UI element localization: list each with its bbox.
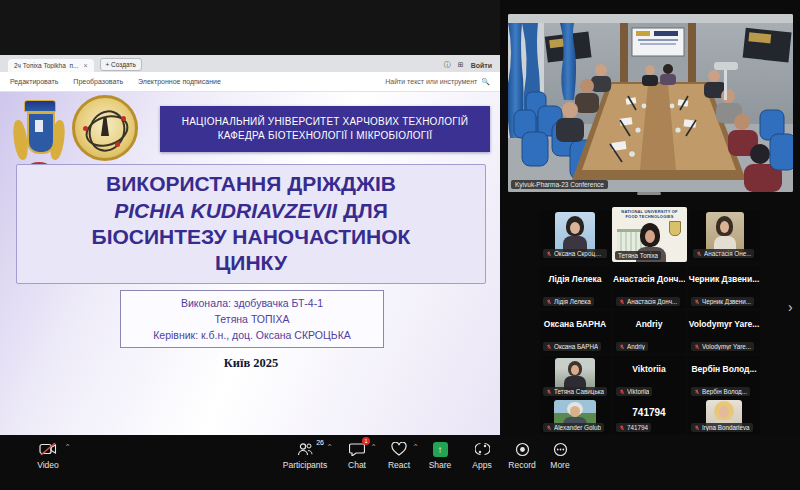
participant-tile[interactable]: Лідія Лелека Лідія Лелека <box>540 266 610 308</box>
participants-count: 26 <box>316 439 324 446</box>
muted-mic-icon <box>619 344 625 350</box>
muted-mic-icon <box>546 344 552 350</box>
more-button-label: More <box>550 460 569 470</box>
apps-button-label: Apps <box>472 460 491 470</box>
apps-grid-icon[interactable]: ⊞ <box>458 61 464 69</box>
participant-tile[interactable]: Alexander Golub <box>540 398 610 434</box>
banner-line2: КАФЕДРА БІОТЕХНОЛОГІЇ І МІКРОБІОЛОГІЇ <box>218 129 433 144</box>
muted-mic-icon <box>619 425 625 431</box>
video-button-label: Video <box>37 460 59 470</box>
display-name: Черник Дзвени... <box>688 274 760 284</box>
search-icon: 🔍 <box>481 78 490 86</box>
display-name: Viktoriia <box>613 364 685 374</box>
share-button-label: Share <box>429 460 452 470</box>
name-label: Viktoriia <box>616 387 652 396</box>
slide-title-panel: ВИКОРИСТАННЯ ДРІЖДЖІВ PICHIA KUDRIAVZEVI… <box>16 164 486 284</box>
display-name: Andriy <box>613 319 685 329</box>
department-emblem-icon <box>72 95 138 161</box>
record-button-label: Record <box>508 460 535 470</box>
video-menu-chevron[interactable]: ⌃ <box>64 443 71 452</box>
muted-mic-icon <box>694 344 700 350</box>
name-label: Лідія Лелека <box>543 297 594 306</box>
muted-mic-icon <box>696 251 702 257</box>
conference-room-video[interactable]: Kyivuk-Pharma-23 Conference <box>508 14 793 192</box>
document-tab-title: 2ч Топіха Topikha_п... <box>14 62 78 69</box>
muted-mic-icon <box>619 389 625 395</box>
next-page-chevron[interactable]: › <box>788 300 793 314</box>
name-label: Тетяна Топіха <box>615 251 661 260</box>
credits-line2: Тетяна ТОПІХА <box>215 311 290 327</box>
tab-close-icon[interactable]: × <box>83 62 87 69</box>
name-label: Iryna Bondarieva <box>691 423 753 432</box>
muted-mic-icon <box>546 389 552 395</box>
credits-box: Виконала: здобувачка БТ-4-1 Тетяна ТОПІХ… <box>120 290 384 348</box>
participant-tile[interactable]: Черник Дзвени... Черник Дзвени... <box>688 266 760 308</box>
participants-button-label: Participants <box>283 460 327 470</box>
create-button[interactable]: + Создать <box>100 58 142 71</box>
presentation-slide: НАЦІОНАЛЬНИЙ УНІВЕРСИТЕТ ХАРЧОВИХ ТЕХНОЛ… <box>0 92 500 435</box>
participant-tile[interactable]: Andriy Andriy <box>613 311 685 353</box>
muted-mic-icon <box>694 299 700 305</box>
react-button-label: React <box>388 460 410 470</box>
participant-tile[interactable]: Viktoriia Viktoriia <box>613 356 685 398</box>
apps-icon <box>475 442 490 456</box>
name-label: Тетяна Савицька <box>543 387 607 396</box>
participants-icon <box>297 442 313 456</box>
participant-tile[interactable]: Тетяна Савицька <box>540 356 610 398</box>
participant-tile[interactable]: Вербін Волод... Вербін Волод... <box>688 356 760 398</box>
menu-convert[interactable]: Преобразовать <box>73 78 123 85</box>
name-label: Оксана Скроцька <box>543 249 607 258</box>
name-label: 741794 <box>616 423 651 432</box>
muted-mic-icon <box>694 425 700 431</box>
university-coat-of-arms-icon <box>14 98 64 170</box>
shared-screen: 2ч Топіха Topikha_п... × + Создать ⓘ ⊞ В… <box>0 0 500 435</box>
menu-esign[interactable]: Электронное подписание <box>138 78 221 85</box>
muted-mic-icon <box>694 389 700 395</box>
participant-tile[interactable]: Анастасія Оне... <box>690 210 760 260</box>
viewer-menu-bar: Редактировать Преобразовать Электронное … <box>0 72 500 92</box>
panel-drag-handle[interactable] <box>637 192 661 195</box>
conference-room-scene <box>508 14 793 192</box>
participant-tile[interactable]: Оксана Скроцька <box>540 210 610 260</box>
credits-line1: Виконала: здобувачка БТ-4-1 <box>181 295 323 311</box>
name-label: Volodymyr Yare... <box>691 342 754 351</box>
room-video-name-label: Kyivuk-Pharma-23 Conference <box>511 180 608 189</box>
name-label: Анастасія Оне... <box>693 249 754 258</box>
name-label: Alexander Golub <box>543 423 604 432</box>
video-camera-off-icon <box>39 442 57 456</box>
display-name: Лідія Лелека <box>540 274 610 284</box>
meeting-toolbar: ⌃ Video 26 ⌃ Participants <box>0 435 800 490</box>
more-button[interactable]: More <box>534 441 586 470</box>
participant-tile[interactable]: Iryna Bondarieva <box>688 398 760 434</box>
participant-tile[interactable]: Volodymyr Yare... Volodymyr Yare... <box>688 311 760 353</box>
participant-tile[interactable]: 741794 741794 <box>613 398 685 434</box>
title-line4: ЦИНКУ <box>215 250 287 276</box>
browser-tab-bar: 2ч Топіха Topikha_п... × + Создать ⓘ ⊞ В… <box>0 55 500 72</box>
participant-tile[interactable]: Анастасія Донч... Анастасія Донч... <box>613 266 685 308</box>
slide-header-banner: НАЦІОНАЛЬНИЙ УНІВЕРСИТЕТ ХАРЧОВИХ ТЕХНОЛ… <box>160 106 490 152</box>
heart-icon <box>391 442 407 456</box>
participant-tile[interactable]: Оксана БАРНА Оксана БАРНА <box>540 311 610 353</box>
display-name: Volodymyr Yare... <box>688 319 760 329</box>
muted-mic-icon <box>546 425 552 431</box>
share-screen-icon: ↑ <box>433 442 448 457</box>
menu-edit[interactable]: Редактировать <box>10 78 58 85</box>
participant-video <box>555 358 595 390</box>
avatar <box>555 212 595 252</box>
title-line1: ВИКОРИСТАННЯ ДРІЖДЖІВ <box>106 171 396 197</box>
avatar <box>706 212 744 252</box>
login-button[interactable]: Войти <box>471 62 492 69</box>
display-name: Вербін Волод... <box>688 364 760 374</box>
video-button[interactable]: ⌃ Video <box>22 441 74 470</box>
chat-button-label: Chat <box>348 460 366 470</box>
credits-line3: Керівник: к.б.н., доц. Оксана СКРОЦЬКА <box>153 327 351 343</box>
participants-button[interactable]: 26 ⌃ Participants <box>279 441 331 470</box>
document-tab[interactable]: 2ч Топіха Topikha_п... × <box>8 59 94 72</box>
muted-mic-icon <box>619 299 625 305</box>
participant-tile-active-speaker[interactable]: NATIONAL UNIVERSITY OF FOOD TECHNOLOGIES… <box>612 207 687 262</box>
search-tool[interactable]: Найти текст или инструмент 🔍 <box>385 78 490 86</box>
chat-unread-badge: 1 <box>362 437 370 445</box>
more-ellipsis-icon <box>553 442 568 457</box>
record-icon <box>515 442 530 457</box>
info-icon[interactable]: ⓘ <box>444 60 451 70</box>
